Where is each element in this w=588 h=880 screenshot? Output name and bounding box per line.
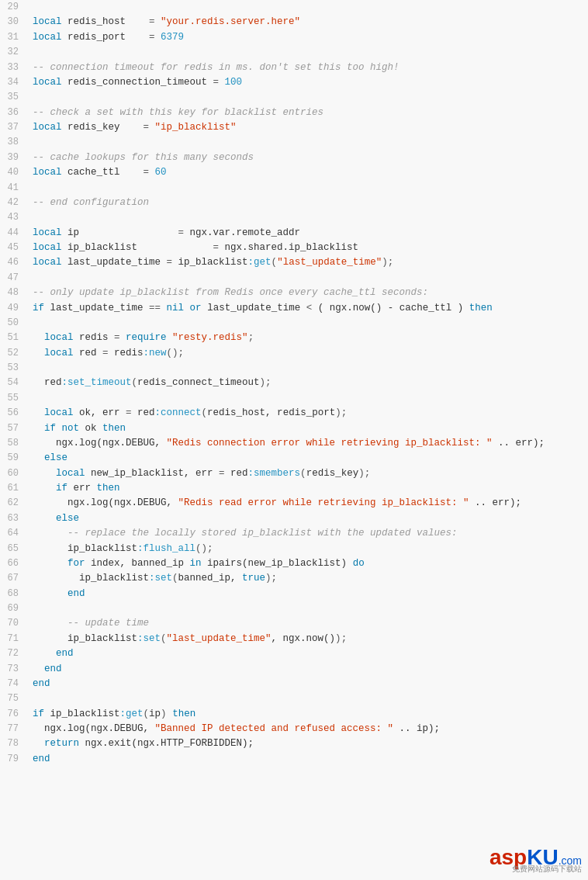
line-code: local redis_connection_timeout = 100 [29, 75, 588, 90]
code-token: local [33, 227, 62, 238]
code-token: = [213, 242, 220, 253]
table-row: 40local cache_ttl = 60 [0, 165, 588, 180]
line-number: 69 [0, 601, 29, 616]
line-number: 53 [0, 361, 29, 376]
line-number: 48 [0, 286, 29, 300]
code-token: = [149, 16, 155, 27]
line-code: if last_update_time == nil or last_updat… [29, 301, 588, 316]
code-token: ip_blacklist [33, 543, 137, 554]
line-number: 61 [0, 481, 29, 496]
table-row: 58 ngx.log(ngx.DEBUG, "Redis connection … [0, 436, 588, 451]
code-token: 60 [155, 167, 167, 178]
line-number: 40 [0, 165, 29, 180]
code-token: ( [144, 709, 150, 719]
line-code [29, 271, 588, 286]
code-token: ) [335, 407, 341, 418]
code-token: redis [74, 332, 115, 343]
line-code: end [29, 677, 588, 691]
line-number: 49 [0, 301, 29, 316]
line-code: -- end configuration [29, 196, 588, 210]
code-token: ngx.shared.ip_blacklist [219, 242, 358, 253]
code-token: else [56, 513, 79, 524]
code-token: ngx.log(ngx.DEBUG, [33, 438, 167, 449]
code-token: redis_host, redis_port [207, 407, 335, 418]
table-row: 75 [0, 691, 588, 706]
table-row: 29 [0, 0, 588, 15]
line-number: 76 [0, 707, 29, 722]
code-token: redis_key [306, 468, 359, 479]
line-code [29, 691, 588, 706]
table-row: 33-- connection timeout for redis in ms.… [0, 61, 588, 75]
line-code [29, 135, 588, 150]
code-token: or [190, 303, 202, 314]
table-row: 67 ip_blacklist:set(banned_ip, true); [0, 571, 588, 586]
code-token: last_update_time [44, 303, 149, 314]
code-token [120, 332, 126, 343]
code-token [33, 528, 67, 539]
line-number: 75 [0, 691, 29, 706]
code-token: in [190, 558, 202, 569]
line-number: 78 [0, 736, 29, 751]
table-row: 34local redis_connection_timeout = 100 [0, 75, 588, 90]
code-token: ; [265, 377, 272, 388]
table-row: 36-- check a set with this key for black… [0, 106, 588, 120]
code-token: true [242, 573, 265, 584]
line-code: local ip = ngx.var.remote_addr [29, 226, 588, 241]
table-row: 44local ip = ngx.var.remote_addr [0, 226, 588, 241]
code-token: local [44, 348, 74, 359]
code-token: ip_blacklist [33, 633, 137, 644]
code-token: -- update time [67, 618, 149, 629]
code-token [149, 167, 155, 178]
code-token: .. ip); [393, 723, 440, 734]
code-token: "Redis read error while retrieving ip_bl… [178, 497, 469, 508]
table-row: 43 [0, 210, 588, 225]
table-row: 78 return ngx.exit(ngx.HTTP_FORBIDDEN); [0, 736, 588, 751]
code-token: local [33, 77, 62, 88]
code-token: = [213, 77, 220, 88]
code-token: cache_ttl [62, 167, 144, 178]
code-token: red [33, 377, 62, 388]
line-code: -- cache lookups for this many seconds [29, 151, 588, 165]
line-number: 55 [0, 391, 29, 406]
line-number: 29 [0, 0, 29, 15]
code-token: new_ip_blacklist, err [85, 468, 220, 479]
code-token: redis_key [62, 122, 144, 133]
code-token: if [33, 709, 44, 719]
code-token: = [114, 332, 120, 343]
code-token: ( [132, 377, 138, 388]
line-number: 44 [0, 226, 29, 241]
code-token [33, 648, 56, 659]
table-row: 35 [0, 90, 588, 105]
line-code: local redis_port = 6379 [29, 30, 588, 45]
code-token: ip_blacklist [172, 257, 248, 268]
code-token: () [167, 348, 178, 359]
code-token: local [33, 16, 62, 27]
code-token: for [67, 558, 85, 569]
line-code [29, 316, 588, 331]
line-code [29, 361, 588, 376]
line-code: else [29, 511, 588, 526]
line-code: end [29, 587, 588, 601]
code-token: ngx.exit(ngx.HTTP_FORBIDDEN); [79, 738, 254, 749]
code-token: local [33, 242, 62, 253]
code-token: end [33, 678, 50, 689]
line-code: ip_blacklist:set("last_update_time", ngx… [29, 632, 588, 646]
line-number: 56 [0, 406, 29, 421]
code-token: :smembers [248, 468, 301, 479]
code-token: ( [161, 633, 167, 644]
line-code: if ip_blacklist:get(ip) then [29, 707, 588, 722]
line-number: 45 [0, 241, 29, 255]
line-code: end [29, 752, 588, 767]
line-code [29, 391, 588, 406]
code-token: ; [248, 332, 254, 343]
line-code: for index, banned_ip in ipairs(new_ip_bl… [29, 556, 588, 571]
code-token: -- connection timeout for redis in ms. d… [33, 62, 399, 73]
code-token: local [44, 332, 74, 343]
code-token: ( [202, 407, 208, 418]
line-number: 59 [0, 451, 29, 466]
code-token: = [102, 348, 109, 359]
table-row: 49if last_update_time == nil or last_upd… [0, 301, 588, 316]
table-row: 32 [0, 45, 588, 60]
code-token: ip [62, 227, 178, 238]
table-row: 52 local red = redis:new(); [0, 346, 588, 361]
